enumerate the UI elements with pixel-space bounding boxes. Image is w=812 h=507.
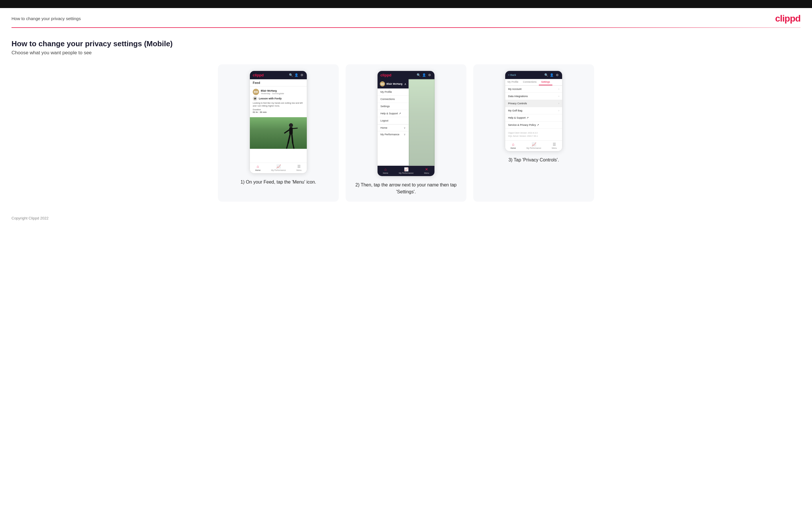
feed-user-info: Blair McHarg Yesterday · Sunningdale <box>261 89 284 95</box>
menu-section-performance-label: My Performance <box>380 133 399 136</box>
lesson-title: Lesson with Fordy <box>259 97 282 100</box>
feed-post-header: BM Blair McHarg Yesterday · Sunningdale <box>253 89 304 95</box>
search-icon: 🔍 <box>289 73 293 77</box>
phone-1-logo: clippd <box>253 73 264 77</box>
step-2-card: clippd 🔍 👤 ⚙ <box>346 64 466 202</box>
header-title: How to change your privacy settings <box>11 16 81 21</box>
menu-item-connections: Connections <box>377 96 409 103</box>
settings-icon: ⚙ <box>300 73 304 77</box>
settings-item-helpsupport[interactable]: Help & Support ↗ <box>505 114 562 121</box>
nav-performance-3: 📈 My Performance <box>526 142 541 149</box>
svg-line-7 <box>293 143 294 148</box>
lesson-duration: Duration01 hr : 30 min <box>253 108 304 113</box>
feed-post: BM Blair McHarg Yesterday · Sunningdale … <box>250 87 307 117</box>
svg-point-0 <box>289 123 293 127</box>
settings-privacycontrols-chevron: › <box>558 102 559 105</box>
tab-settings[interactable]: Settings <box>539 79 552 85</box>
nav-home-3: ⌂ Home <box>510 142 516 149</box>
settings-list: My Account › Data Integrations › Privacy… <box>505 86 562 129</box>
feed-meta: Yesterday · Sunningdale <box>261 92 284 95</box>
phone-3-icons: 🔍 👤 ⚙ <box>544 73 559 77</box>
phone-2-topbar: clippd 🔍 👤 ⚙ <box>377 71 435 79</box>
user-icon-2: 👤 <box>422 73 426 77</box>
svg-line-6 <box>287 143 288 148</box>
nav-perf-label-3: My Performance <box>526 147 541 149</box>
nav-performance: 📈 My Performance <box>271 164 286 171</box>
main-content: How to change your privacy settings (Mob… <box>0 28 812 208</box>
menu-chevron-up: ∧ <box>404 82 406 86</box>
settings-helpsupport-label: Help & Support ↗ <box>508 116 529 119</box>
version-line2: GQL Server Version: 2022.7.30-1 <box>508 135 559 138</box>
settings-item-privacycontrols[interactable]: Privacy Controls › <box>505 100 562 107</box>
phone-3-bottomnav: ⌂ Home 📈 My Performance ☰ Menu <box>505 140 562 151</box>
home-icon-3: ⌂ <box>512 142 514 147</box>
menu-avatar: BM <box>380 81 385 87</box>
nav-home-label-3: Home <box>510 147 516 149</box>
nav-menu: ☰ Menu <box>297 164 302 171</box>
nav-home-2: ⌂ Home <box>383 167 388 174</box>
settings-icon-3: ⚙ <box>555 73 559 77</box>
menu-item-logout: Logout <box>377 117 409 124</box>
menu-section-perf-chevron: ∨ <box>404 133 406 136</box>
nav-menu-label-2: Menu <box>424 172 429 174</box>
performance-icon-3: 📈 <box>531 142 536 147</box>
nav-home-label: Home <box>255 169 260 171</box>
phone-1-topbar: clippd 🔍 👤 ⚙ <box>250 71 307 79</box>
settings-item-serviceprivacy[interactable]: Service & Privacy Policy ↗ <box>505 121 562 129</box>
search-icon-2: 🔍 <box>417 73 421 77</box>
step-2-caption: 2) Then, tap the arrow next to your name… <box>352 181 460 195</box>
nav-performance-label: My Performance <box>271 169 286 171</box>
top-bar <box>0 0 812 8</box>
settings-version: Clippd Client Version: 2022.8.3-3 GQL Se… <box>505 129 562 140</box>
lesson-desc: Looking to feel like my hands are exitin… <box>253 102 304 107</box>
phone-2-content: BM Blair McHarg ∧ My Profile Connections… <box>377 79 435 165</box>
settings-icon-2: ⚙ <box>427 73 432 77</box>
menu-section-performance: My Performance ∨ <box>377 131 409 137</box>
phone-1-icons: 🔍 👤 ⚙ <box>289 73 304 77</box>
avatar: BM <box>253 89 259 95</box>
menu-icon: ☰ <box>297 164 301 169</box>
phone-2-icons: 🔍 👤 ⚙ <box>417 73 432 77</box>
phone-2-logo: clippd <box>380 73 391 77</box>
step-1-phone: clippd 🔍 👤 ⚙ Feed BM Blair McHarg <box>250 71 307 173</box>
user-icon-3: 👤 <box>550 73 554 77</box>
copyright: Copyright Clippd 2022 <box>11 216 49 220</box>
settings-serviceprivacy-label: Service & Privacy Policy ↗ <box>508 123 539 126</box>
step-3-phone: Back 🔍 👤 ⚙ My Profile Connections Settin… <box>505 71 562 151</box>
page-subheading: Choose what you want people to see <box>11 50 801 56</box>
svg-line-3 <box>291 128 297 129</box>
menu-item-helpsupport: Help & Support ↗ <box>377 110 409 117</box>
nav-menu-label-3: Menu <box>552 147 557 149</box>
home-icon-2: ⌂ <box>385 167 387 171</box>
settings-item-mygolfbag[interactable]: My Golf Bag › <box>505 107 562 114</box>
feed-username: Blair McHarg <box>261 89 284 92</box>
step-1-card: clippd 🔍 👤 ⚙ Feed BM Blair McHarg <box>218 64 339 202</box>
menu-icon-3: ☰ <box>553 142 556 147</box>
settings-myaccount-chevron: › <box>558 88 559 91</box>
settings-dataintegrations-label: Data Integrations <box>508 95 528 98</box>
menu-user-row: BM Blair McHarg ∧ <box>377 79 409 89</box>
settings-dataintegrations-chevron: › <box>558 95 559 98</box>
tab-myprofile[interactable]: My Profile <box>505 79 521 85</box>
nav-menu-3: ☰ Menu <box>552 142 557 149</box>
profile-tabs: My Profile Connections Settings <box>505 79 562 86</box>
settings-privacycontrols-label: Privacy Controls <box>508 102 527 105</box>
settings-item-myaccount[interactable]: My Account › <box>505 86 562 93</box>
nav-performance-2: 📈 My Performance <box>399 167 413 174</box>
nav-perf-label-2: My Performance <box>399 172 413 174</box>
menu-item-myprofile: My Profile <box>377 89 409 96</box>
home-icon: ⌂ <box>257 164 259 169</box>
menu-section-home-chevron: ∨ <box>404 126 406 129</box>
settings-item-dataintegrations[interactable]: Data Integrations › <box>505 93 562 100</box>
step-3-card: Back 🔍 👤 ⚙ My Profile Connections Settin… <box>473 64 594 202</box>
nav-menu-label: Menu <box>297 169 302 171</box>
menu-section-home: Home ∨ <box>377 124 409 131</box>
menu-icon-2: ✕ <box>425 167 428 171</box>
menu-section-home-label: Home <box>380 126 387 129</box>
tab-connections[interactable]: Connections <box>521 79 539 85</box>
nav-home-label-2: Home <box>383 172 388 174</box>
feed-tab: Feed <box>250 79 307 87</box>
phone-1-content: Feed BM Blair McHarg Yesterday · Sunning… <box>250 79 307 163</box>
user-icon: 👤 <box>295 73 299 77</box>
page-heading: How to change your privacy settings (Mob… <box>11 39 801 48</box>
